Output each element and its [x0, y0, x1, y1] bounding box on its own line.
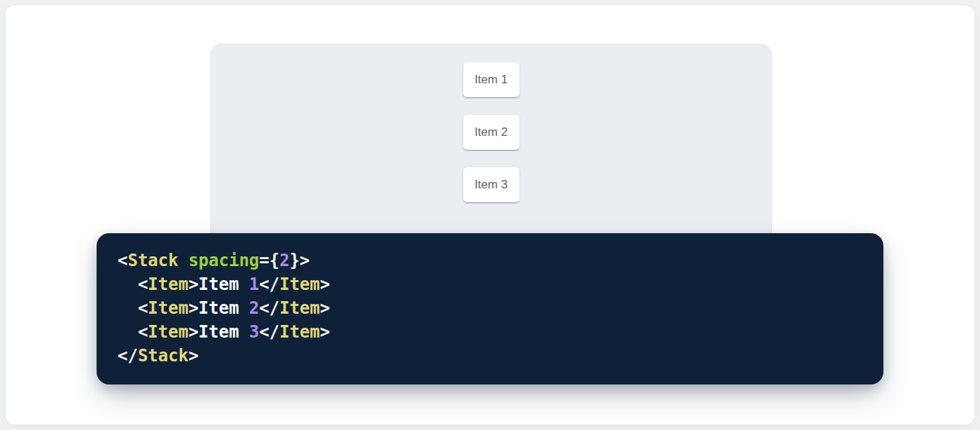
- code-token: 3: [249, 322, 259, 342]
- code-token: 2: [279, 251, 289, 270]
- code-token: >: [188, 346, 198, 366]
- code-token: >: [188, 322, 198, 342]
- code-token: Item: [148, 298, 188, 318]
- code-token: [178, 251, 188, 270]
- code-token: Item: [279, 275, 320, 294]
- code-token: 2: [249, 298, 259, 318]
- code-token: ={: [259, 251, 279, 270]
- code-token: spacing: [188, 251, 259, 270]
- code-token: Item: [148, 322, 188, 342]
- code-token: Item: [279, 322, 320, 342]
- code-token: >: [188, 275, 198, 294]
- stack-item-card: Item 1: [463, 62, 519, 97]
- code-block: <Stack spacing={2}> <Item>Item 1</Item> …: [97, 233, 883, 384]
- code-token: </: [259, 275, 279, 294]
- code-line: <Item>Item 3</Item>: [118, 320, 862, 344]
- code-line: <Item>Item 2</Item>: [118, 296, 862, 320]
- stack-item-card: Item 2: [463, 115, 519, 150]
- code-token: Item: [148, 275, 188, 294]
- stack-item-card: Item 3: [463, 167, 519, 202]
- code-line: <Item>Item 1</Item>: [118, 272, 862, 296]
- code-token: }>: [290, 251, 310, 270]
- code-token: <: [138, 322, 148, 342]
- code-token: >: [320, 275, 330, 294]
- code-token: Item: [279, 298, 320, 318]
- code-token: [118, 275, 138, 294]
- code-token: >: [320, 322, 330, 342]
- code-token: Item: [199, 275, 249, 294]
- code-token: <: [138, 275, 148, 294]
- stack-container: Item 1 Item 2 Item 3: [210, 43, 772, 202]
- code-token: >: [188, 298, 198, 318]
- code-token: </: [118, 346, 138, 366]
- code-token: [118, 298, 138, 318]
- main-card: Item 1 Item 2 Item 3 <Stack spacing={2}>…: [6, 6, 974, 424]
- code-line: <Stack spacing={2}>: [118, 249, 862, 272]
- code-token: [118, 322, 138, 342]
- code-token: </: [259, 322, 279, 342]
- code-snippet: <Stack spacing={2}> <Item>Item 1</Item> …: [118, 249, 862, 368]
- code-token: <: [118, 251, 127, 270]
- code-token: >: [320, 298, 330, 318]
- code-token: Stack: [138, 346, 188, 366]
- code-token: Item: [199, 322, 249, 342]
- code-token: Stack: [127, 251, 178, 270]
- code-token: 1: [249, 275, 259, 294]
- code-line: </Stack>: [118, 344, 862, 368]
- code-token: </: [259, 298, 279, 318]
- code-token: Item: [199, 298, 249, 318]
- code-token: <: [138, 298, 148, 318]
